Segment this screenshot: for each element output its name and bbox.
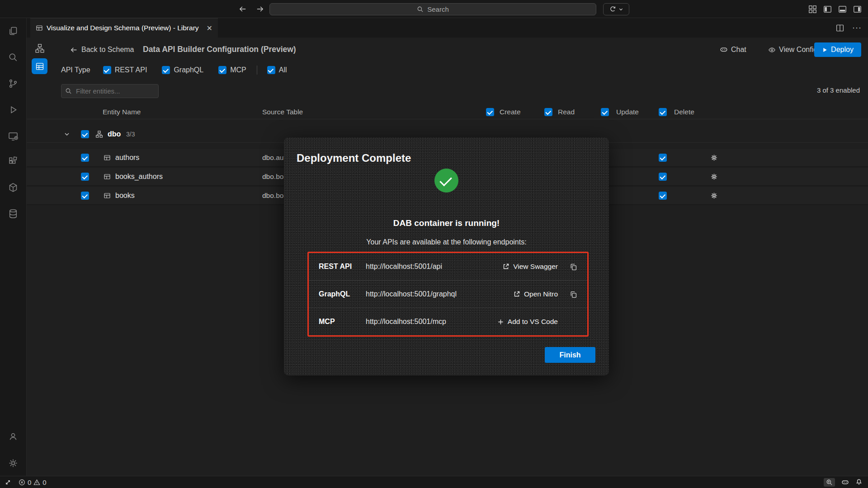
- row-settings-gear-icon[interactable]: [710, 192, 718, 200]
- warning-icon: [33, 479, 40, 486]
- nav-back-icon[interactable]: [239, 5, 247, 13]
- command-center-search[interactable]: Search: [269, 3, 596, 15]
- row-select-checkbox[interactable]: [81, 154, 89, 162]
- deployment-complete-dialog: Deployment Complete DAB container is run…: [284, 137, 609, 375]
- endpoint-url: http://localhost:5001/mcp: [366, 318, 497, 326]
- view-config-label: View Config: [779, 46, 817, 54]
- tab-visualize-design-schema[interactable]: Visualize and Design Schema (Preview) - …: [30, 18, 218, 38]
- update-column-checkbox[interactable]: [601, 108, 609, 116]
- mcp-label: MCP: [230, 66, 246, 74]
- endpoint-action-label: Open Nitro: [524, 290, 558, 298]
- schema-icon: [95, 131, 103, 138]
- group-name: dbo: [108, 130, 121, 138]
- dialog-status-heading: DAB container is running!: [284, 218, 609, 228]
- row-delete-checkbox[interactable]: [659, 192, 667, 200]
- notifications-bell-icon[interactable]: [855, 479, 863, 486]
- finish-button[interactable]: Finish: [545, 347, 595, 363]
- filter-search-icon: [65, 88, 72, 94]
- table-header: Entity Name Source Table Create Read Upd…: [27, 105, 868, 119]
- deploy-button[interactable]: Deploy: [814, 42, 861, 57]
- group-select-checkbox[interactable]: [81, 130, 89, 138]
- customize-layout-icon[interactable]: [808, 5, 817, 14]
- external-link-icon: [513, 291, 520, 298]
- schema-designer-tab-icon: [36, 24, 43, 32]
- back-to-schema-button[interactable]: Back to Schema: [70, 43, 134, 56]
- api-type-label: API Type: [61, 66, 90, 74]
- external-link-icon: [502, 263, 509, 270]
- graphql-label: GraphQL: [174, 66, 203, 74]
- delete-column-checkbox[interactable]: [659, 108, 667, 116]
- entity-name: books_authors: [115, 173, 163, 181]
- copy-icon[interactable]: [570, 263, 577, 271]
- problems-indicator[interactable]: 0 0: [19, 479, 47, 486]
- remote-explorer-error-icon[interactable]: [7, 130, 19, 142]
- entity-name: books: [115, 192, 135, 200]
- open-nitro-button[interactable]: Open Nitro: [513, 290, 558, 298]
- arrow-left-icon: [70, 46, 78, 54]
- toggle-panel-icon[interactable]: [838, 5, 847, 14]
- read-column-checkbox[interactable]: [544, 108, 552, 116]
- chat-button[interactable]: Chat: [720, 43, 746, 56]
- chevron-expand-icon[interactable]: [63, 131, 71, 138]
- copy-icon[interactable]: [570, 291, 577, 298]
- endpoint-label: REST API: [319, 263, 366, 271]
- api-type-row: API Type REST API GraphQL MCP All: [61, 64, 302, 76]
- cube-projects-icon[interactable]: [7, 182, 19, 193]
- toggle-secondary-sidebar-icon[interactable]: [853, 5, 862, 14]
- row-delete-checkbox[interactable]: [659, 173, 667, 181]
- add-to-vscode-button[interactable]: Add to VS Code: [497, 318, 558, 326]
- zoom-status-item[interactable]: [824, 478, 835, 487]
- graphql-checkbox[interactable]: [162, 66, 170, 74]
- endpoint-row-rest: REST API http://localhost:5001/api View …: [309, 253, 587, 280]
- error-count: 0: [28, 479, 31, 486]
- warning-count: 0: [42, 479, 46, 486]
- run-debug-icon[interactable]: [7, 104, 19, 116]
- group-count: 3/3: [126, 131, 135, 138]
- extensions-icon[interactable]: [7, 155, 19, 167]
- copilot-status-icon[interactable]: [841, 479, 849, 486]
- col-update: Update: [616, 108, 639, 116]
- search-sidebar-icon[interactable]: [7, 52, 19, 63]
- view-swagger-button[interactable]: View Swagger: [502, 263, 558, 271]
- search-icon: [417, 6, 424, 13]
- more-actions-icon[interactable]: ···: [852, 23, 862, 33]
- row-select-checkbox[interactable]: [81, 192, 89, 200]
- activity-bar: [0, 18, 27, 476]
- nav-forward-icon[interactable]: [256, 5, 264, 13]
- rest-api-checkbox[interactable]: [103, 66, 111, 74]
- toggle-sidebar-icon[interactable]: [823, 5, 832, 14]
- pages-icon[interactable]: [7, 25, 19, 37]
- col-entity-name: Entity Name: [103, 108, 141, 116]
- error-icon: [19, 479, 25, 486]
- mcp-checkbox[interactable]: [218, 66, 226, 74]
- source-control-icon[interactable]: [7, 78, 19, 89]
- row-settings-gear-icon[interactable]: [710, 173, 718, 181]
- split-editor-icon[interactable]: [836, 24, 844, 32]
- col-delete: Delete: [674, 108, 694, 116]
- row-settings-gear-icon[interactable]: [710, 154, 718, 162]
- schema-diagram-icon[interactable]: [35, 43, 45, 53]
- remote-indicator-icon[interactable]: [5, 479, 11, 486]
- database-icon[interactable]: [7, 208, 19, 220]
- deploy-label: Deploy: [831, 46, 854, 54]
- tab-close-icon[interactable]: ✕: [207, 24, 212, 33]
- back-to-schema-label: Back to Schema: [81, 46, 134, 54]
- create-column-checkbox[interactable]: [486, 108, 494, 116]
- settings-gear-icon[interactable]: [7, 457, 19, 469]
- filter-entities-input[interactable]: [61, 84, 159, 98]
- row-delete-checkbox[interactable]: [659, 154, 667, 162]
- all-checkbox[interactable]: [267, 66, 275, 74]
- success-check-icon: [434, 169, 458, 192]
- view-config-button[interactable]: View Config: [768, 43, 817, 56]
- row-select-checkbox[interactable]: [81, 173, 89, 181]
- dab-config-tool-button[interactable]: [32, 58, 47, 74]
- endpoint-action-label: Add to VS Code: [508, 318, 558, 326]
- endpoint-label: MCP: [319, 318, 366, 326]
- chevron-down-icon: [618, 7, 623, 12]
- layout-control-dropdown[interactable]: [603, 3, 629, 15]
- endpoint-label: GraphQL: [319, 290, 366, 298]
- endpoint-url: http://localhost:5001/api: [366, 263, 502, 271]
- account-icon[interactable]: [7, 431, 19, 442]
- entity-name: authors: [115, 154, 139, 162]
- search-placeholder: Search: [427, 5, 449, 13]
